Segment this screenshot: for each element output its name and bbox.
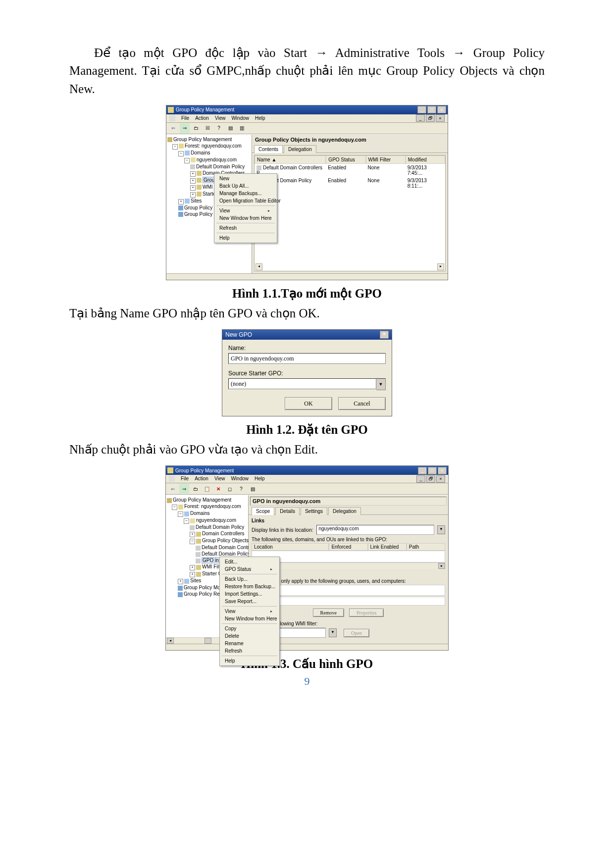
context-menu[interactable]: New Back Up All... Manage Backups... Ope… xyxy=(214,173,277,243)
tree-forest[interactable]: Forest: nguyendoquy.com xyxy=(184,504,241,509)
links-list[interactable] xyxy=(252,551,445,562)
mdi-min[interactable]: _ xyxy=(416,475,425,483)
ctx-delete[interactable]: Delete xyxy=(220,632,279,640)
tb-4[interactable]: 📋 xyxy=(202,484,212,494)
close-button[interactable]: × xyxy=(437,106,446,113)
tree-ddp2[interactable]: Default Domain Policy xyxy=(202,551,250,557)
tb-8[interactable]: ▤ xyxy=(248,484,257,494)
scroll-left[interactable]: ◂ xyxy=(167,638,174,644)
help-button[interactable]: ? xyxy=(214,123,224,133)
ctx-backup-all[interactable]: Back Up All... xyxy=(214,182,277,190)
tab-settings[interactable]: Settings xyxy=(301,507,327,515)
ctx-gpo-status[interactable]: GPO Status▸ xyxy=(220,565,279,573)
tab-details[interactable]: Details xyxy=(275,507,300,515)
mdi-close[interactable]: × xyxy=(436,475,445,483)
mdi-restore[interactable]: 🗗 xyxy=(426,475,435,483)
ctx-migration[interactable]: Open Migration Table Editor xyxy=(214,197,277,204)
menubar[interactable]: File Action View Window Help _ 🗗 × xyxy=(166,114,448,123)
tree-view[interactable]: Group Policy Management −Forest: nguyend… xyxy=(166,495,249,644)
mdi-close[interactable]: × xyxy=(436,114,445,122)
mdi-min[interactable]: _ xyxy=(416,114,425,122)
close-button[interactable]: × xyxy=(438,467,447,474)
maximize-button[interactable]: □ xyxy=(428,467,437,474)
dialog-titlebar[interactable]: New GPO × xyxy=(222,330,392,340)
ok-button[interactable]: OK xyxy=(285,397,332,410)
list-header[interactable]: Name ▲ GPO Status WMI Filter Modified xyxy=(255,155,445,164)
back-button[interactable]: ⇐ xyxy=(168,484,178,494)
ctx-backup[interactable]: Back Up... xyxy=(220,575,279,583)
menu-action[interactable]: Action xyxy=(195,115,209,121)
ctx-copy[interactable]: Copy xyxy=(220,625,279,632)
delete-button[interactable]: ✕ xyxy=(213,484,223,494)
minimize-button[interactable]: _ xyxy=(417,106,426,113)
tab-delegation[interactable]: Delegation xyxy=(284,145,316,153)
tree-domain[interactable]: nguyendoquy.com xyxy=(197,157,237,162)
toolbar-extra2[interactable]: ▥ xyxy=(237,123,247,133)
starter-combobox[interactable]: ▼ xyxy=(228,378,386,390)
tree-forest[interactable]: Forest: nguyendoquy.com xyxy=(185,143,242,149)
ctx-refresh[interactable]: Refresh xyxy=(220,647,279,655)
back-button[interactable]: ⇐ xyxy=(168,123,178,133)
menu-help[interactable]: Help xyxy=(255,476,265,482)
tab-contents[interactable]: Contents xyxy=(254,145,283,153)
minimize-button[interactable]: _ xyxy=(418,467,427,474)
hdr-location[interactable]: Location xyxy=(252,543,329,551)
titlebar[interactable]: Group Policy Management _ □ × xyxy=(166,466,448,475)
ctx-import[interactable]: Import Settings... xyxy=(220,590,279,598)
menu-view[interactable]: View xyxy=(215,115,226,121)
tree-ddcp[interactable]: Default Domain Controll xyxy=(202,545,254,550)
tab-delegation[interactable]: Delegation xyxy=(328,507,361,515)
menubar[interactable]: File Action View Window Help _ 🗗 × xyxy=(166,475,448,483)
context-menu[interactable]: Edit... GPO Status▸ Back Up... Restore f… xyxy=(219,557,280,666)
ctx-view[interactable]: View▸ xyxy=(220,608,279,615)
hdr-wmi[interactable]: WMI Filter xyxy=(366,155,406,164)
cancel-button[interactable]: Cancel xyxy=(338,397,386,410)
menu-file[interactable]: File xyxy=(181,476,189,482)
ctx-restore[interactable]: Restore from Backup... xyxy=(220,583,279,590)
hdr-enforced[interactable]: Enforced xyxy=(329,543,367,551)
forward-button[interactable]: ⇒ xyxy=(180,123,190,133)
hdr-path[interactable]: Path xyxy=(407,543,445,551)
tree-gpo[interactable]: Group Policy Objects xyxy=(202,538,249,543)
ctx-view[interactable]: View▸ xyxy=(214,207,277,214)
close-button[interactable]: × xyxy=(380,331,389,339)
ctx-help[interactable]: Help xyxy=(214,234,277,242)
properties-button[interactable]: ☒ xyxy=(203,123,212,133)
scroll-thumb[interactable] xyxy=(205,638,211,644)
tree-root[interactable]: Group Policy Management xyxy=(173,497,231,503)
tree-domains[interactable]: Domains xyxy=(190,511,209,516)
hscrollbar[interactable]: ◂ ▸ xyxy=(255,264,445,270)
ctx-new[interactable]: New xyxy=(214,175,277,182)
forward-button[interactable]: ⇒ xyxy=(179,484,189,494)
menu-window[interactable]: Window xyxy=(231,476,249,482)
tb-3[interactable]: 🗀 xyxy=(191,484,201,494)
location-input[interactable]: nguyendoquy.com xyxy=(316,525,435,535)
ctx-save-report[interactable]: Save Report... xyxy=(220,598,279,605)
hdr-name[interactable]: Name ▲ xyxy=(255,155,326,164)
tree-ddp[interactable]: Default Domain Policy xyxy=(196,524,244,530)
hdr-linkenabled[interactable]: Link Enabled xyxy=(368,543,407,551)
help-button[interactable]: ? xyxy=(236,484,246,494)
dropdown-button[interactable]: ▼ xyxy=(437,525,445,534)
tree-ddp[interactable]: Default Domain Policy xyxy=(196,164,245,169)
ctx-edit[interactable]: Edit... xyxy=(220,558,279,565)
tree-view[interactable]: Group Policy Management −Forest: nguyend… xyxy=(166,135,252,273)
dropdown-button[interactable]: ▼ xyxy=(376,378,386,390)
ctx-new-window[interactable]: New Window from Here xyxy=(220,615,279,622)
remove-button[interactable]: Remove xyxy=(313,609,344,617)
name-input[interactable] xyxy=(228,353,386,364)
list-row[interactable]: Default Domain Policy Enabled None 9/3/2… xyxy=(255,177,445,190)
open-button[interactable]: Open xyxy=(344,629,369,637)
hdr-modified[interactable]: Modified xyxy=(406,155,445,164)
toolbar-extra1[interactable]: ▤ xyxy=(225,123,235,133)
ctx-rename[interactable]: Rename xyxy=(220,640,279,647)
dropdown-button[interactable]: ▼ xyxy=(329,628,337,637)
mdi-restore[interactable]: 🗗 xyxy=(426,114,435,122)
tree-domains[interactable]: Domains xyxy=(191,150,210,155)
titlebar[interactable]: Group Policy Management _ □ × xyxy=(166,105,448,114)
links-list-header[interactable]: Location Enforced Link Enabled Path xyxy=(252,543,445,551)
scroll-left[interactable]: ◂ xyxy=(256,263,262,270)
menu-help[interactable]: Help xyxy=(255,115,265,121)
tb-6[interactable]: ◻ xyxy=(225,484,235,494)
ctx-refresh[interactable]: Refresh xyxy=(214,224,277,232)
